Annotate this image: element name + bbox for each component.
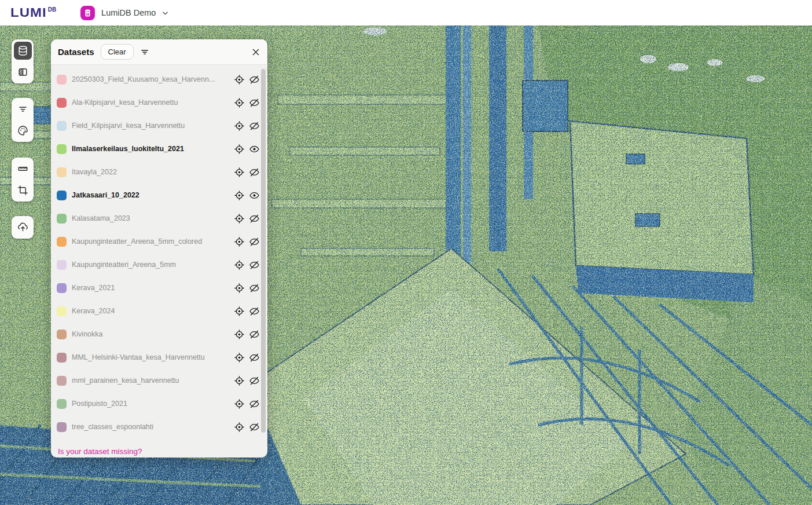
- eye-off-icon: [249, 283, 260, 294]
- dataset-name: tree_classes_espoonlahti: [72, 423, 232, 431]
- dataset-row[interactable]: Kivinokka: [51, 323, 267, 346]
- dataset-color-swatch[interactable]: [57, 75, 67, 85]
- dataset-row[interactable]: Itavayla_2022: [51, 160, 267, 184]
- locate-icon: [234, 422, 245, 433]
- dataset-name: MML_Helsinki-Vantaa_kesa_Harvennettu: [72, 353, 232, 361]
- scrollbar-thumb[interactable]: [261, 69, 266, 433]
- eye-off-icon: [249, 422, 260, 433]
- dataset-row[interactable]: Jatkasaari_10_2022: [51, 184, 267, 207]
- dataset-row[interactable]: Kerava_2021: [51, 276, 267, 299]
- database-icon: [17, 45, 28, 56]
- locate-dataset-button[interactable]: [232, 72, 247, 87]
- locate-dataset-button[interactable]: [232, 234, 247, 249]
- toolbar-group-style: [12, 98, 34, 142]
- datasets-panel: Datasets Clear 20250303_Field_Kuusamo_ke…: [51, 39, 267, 458]
- toggle-visibility-button[interactable]: [247, 95, 262, 110]
- locate-dataset-button[interactable]: [232, 396, 247, 411]
- dataset-color-swatch[interactable]: [57, 121, 67, 131]
- measure-tool-button[interactable]: [14, 160, 32, 178]
- workspace-avatar[interactable]: [80, 6, 95, 20]
- locate-dataset-button[interactable]: [232, 280, 247, 295]
- dataset-name: Kaupunginteatteri_Areena_5mm: [72, 261, 232, 269]
- chevron-down-icon[interactable]: [161, 9, 170, 17]
- dataset-color-swatch[interactable]: [57, 237, 67, 247]
- locate-dataset-button[interactable]: [232, 257, 247, 272]
- dataset-color-swatch[interactable]: [57, 306, 67, 316]
- toggle-visibility-button[interactable]: [247, 234, 262, 249]
- dataset-color-swatch[interactable]: [57, 167, 67, 177]
- filter-lines-icon: [17, 104, 28, 115]
- locate-dataset-button[interactable]: [232, 327, 247, 342]
- toggle-visibility-button[interactable]: [247, 419, 262, 434]
- dataset-row[interactable]: Kaupunginteatter_Areena_5mm_colored: [51, 230, 267, 253]
- locate-icon: [234, 352, 245, 363]
- eye-off-icon: [249, 74, 260, 85]
- compare-tool-button[interactable]: [14, 63, 32, 81]
- filter-tool-button[interactable]: [14, 100, 32, 118]
- dataset-color-swatch[interactable]: [57, 330, 67, 339]
- toggle-visibility-button[interactable]: [247, 141, 262, 156]
- dataset-row[interactable]: Kerava_2024: [51, 299, 267, 323]
- dataset-row[interactable]: MML_Helsinki-Vantaa_kesa_Harvennettu: [51, 346, 267, 369]
- toggle-visibility-button[interactable]: [247, 164, 262, 180]
- dataset-color-swatch[interactable]: [57, 191, 67, 200]
- dataset-row[interactable]: Postipuisto_2021: [51, 392, 267, 415]
- locate-dataset-button[interactable]: [232, 164, 247, 180]
- dataset-color-swatch[interactable]: [57, 422, 67, 432]
- palette-icon: [17, 125, 28, 136]
- toggle-visibility-button[interactable]: [247, 118, 262, 133]
- toggle-visibility-button[interactable]: [247, 257, 262, 272]
- datasets-tool-button[interactable]: [14, 42, 32, 60]
- toggle-visibility-button[interactable]: [247, 280, 262, 295]
- dataset-row[interactable]: Kalasatama_2023: [51, 207, 267, 230]
- toggle-visibility-button[interactable]: [247, 188, 262, 203]
- close-icon: [251, 47, 260, 57]
- locate-dataset-button[interactable]: [232, 350, 247, 365]
- toggle-visibility-button[interactable]: [247, 72, 262, 87]
- dataset-color-swatch[interactable]: [57, 260, 67, 270]
- dataset-filter-button[interactable]: [139, 47, 150, 57]
- dataset-color-swatch[interactable]: [57, 399, 67, 409]
- dataset-name: Field_Kilpisjarvi_kesa_Harvennettu: [72, 122, 232, 130]
- toolbar-group-panels: [12, 39, 34, 83]
- toggle-visibility-button[interactable]: [247, 211, 262, 226]
- upload-tool-button[interactable]: [14, 218, 32, 236]
- dataset-color-swatch[interactable]: [57, 214, 67, 224]
- workspace-name[interactable]: LumiDB Demo: [101, 8, 156, 17]
- locate-dataset-button[interactable]: [232, 118, 247, 133]
- locate-dataset-button[interactable]: [232, 303, 247, 319]
- close-panel-button[interactable]: [251, 47, 260, 57]
- locate-dataset-button[interactable]: [232, 95, 247, 110]
- clear-button[interactable]: Clear: [101, 44, 134, 60]
- missing-dataset-link[interactable]: Is your dataset missing?: [58, 447, 142, 456]
- dataset-row[interactable]: mml_parainen_kesa_harvennettu: [51, 369, 267, 392]
- dataset-color-swatch[interactable]: [57, 98, 67, 108]
- dataset-color-swatch[interactable]: [57, 283, 67, 293]
- lumidb-logo[interactable]: LUMI DB: [10, 6, 56, 20]
- palette-tool-button[interactable]: [14, 122, 32, 140]
- dataset-name: Kerava_2021: [72, 284, 232, 292]
- dataset-row[interactable]: Field_Kilpisjarvi_kesa_Harvennettu: [51, 114, 267, 137]
- locate-dataset-button[interactable]: [232, 373, 247, 388]
- locate-icon: [234, 74, 245, 85]
- dataset-row[interactable]: Kaupunginteatteri_Areena_5mm: [51, 253, 267, 276]
- toggle-visibility-button[interactable]: [247, 396, 262, 411]
- dataset-row[interactable]: 20250303_Field_Kuusamo_kesa_Harvenn...: [51, 68, 267, 91]
- crop-tool-button[interactable]: [14, 181, 32, 199]
- dataset-color-swatch[interactable]: [57, 353, 67, 363]
- toolbar-group-tools: [12, 158, 34, 202]
- cloud-upload-icon: [17, 222, 28, 233]
- dataset-row[interactable]: Ala-Kilpisjarvi_kesa_Harvennettu: [51, 91, 267, 114]
- locate-dataset-button[interactable]: [232, 419, 247, 434]
- dataset-color-swatch[interactable]: [57, 376, 67, 386]
- locate-dataset-button[interactable]: [232, 188, 247, 203]
- toggle-visibility-button[interactable]: [247, 373, 262, 388]
- toggle-visibility-button[interactable]: [247, 303, 262, 319]
- dataset-row[interactable]: Ilmalaserkeilaus_luokiteltu_2021: [51, 137, 267, 160]
- toggle-visibility-button[interactable]: [247, 350, 262, 365]
- toggle-visibility-button[interactable]: [247, 327, 262, 342]
- dataset-color-swatch[interactable]: [57, 144, 67, 154]
- locate-dataset-button[interactable]: [232, 211, 247, 226]
- locate-dataset-button[interactable]: [232, 141, 247, 156]
- dataset-row[interactable]: tree_classes_espoonlahti: [51, 415, 267, 438]
